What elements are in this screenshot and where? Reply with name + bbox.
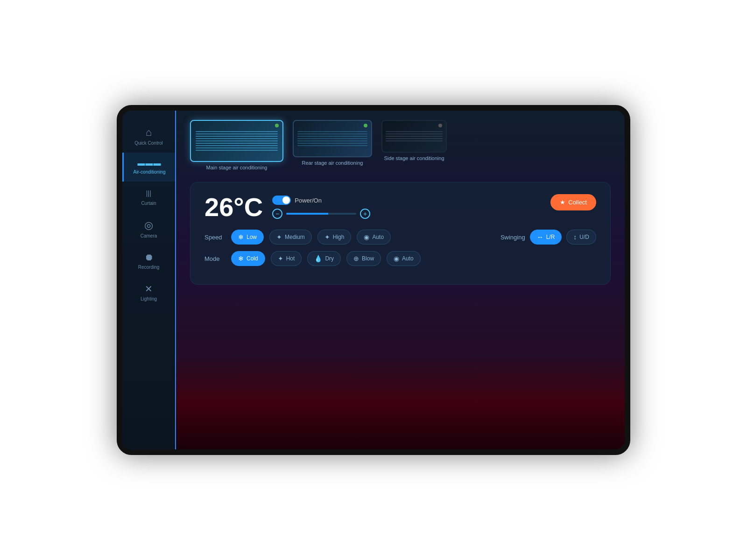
sidebar-item-quick-control[interactable]: ⌂ Quick Control <box>122 120 175 153</box>
mode-cold-icon: ❄ <box>238 255 244 262</box>
temp-decrease-button[interactable]: − <box>272 209 282 219</box>
mode-control-row: Mode ❄ Cold ✦ Hot 💧 Dry ⊕ Blow <box>204 251 596 266</box>
vent <box>297 145 367 146</box>
fan-auto-icon: ◉ <box>364 233 369 241</box>
sidebar-label-quick-control: Quick Control <box>134 140 163 146</box>
ac-unit-side[interactable]: Side stage air conditioning <box>381 120 447 170</box>
vent <box>386 138 443 139</box>
speed-auto-label: Auto <box>372 234 384 240</box>
sidebar-label-camera: Camera <box>141 233 157 239</box>
speed-medium-button[interactable]: ✦ Medium <box>269 230 312 245</box>
temp-increase-button[interactable]: + <box>360 209 370 219</box>
mode-cold-label: Cold <box>247 255 258 262</box>
collect-button[interactable]: ★ Collect <box>550 194 596 210</box>
sidebar-item-lighting[interactable]: ✕ Lighting <box>122 277 175 308</box>
vent <box>297 143 367 144</box>
vent <box>196 145 278 146</box>
temp-slider-row: − + <box>272 209 370 219</box>
swinging-lr-button[interactable]: ↔ L/R <box>530 230 562 245</box>
speed-low-label: Low <box>247 234 257 240</box>
vent <box>196 138 278 139</box>
vent <box>196 150 278 151</box>
lighting-icon: ✕ <box>145 283 153 294</box>
ac-vents-side <box>386 131 443 141</box>
swinging-label: Swinging <box>500 234 525 241</box>
ac-visual-main <box>190 120 283 162</box>
speed-control-row: Speed ❄ Low ✦ Medium ✦ High ◉ Auto <box>204 230 596 245</box>
speed-auto-button[interactable]: ◉ Auto <box>357 230 391 245</box>
sidebar-label-air-conditioning: Air-conditioning <box>134 169 166 175</box>
ac-vents-rear <box>297 131 367 146</box>
vent <box>196 147 278 148</box>
sidebar-item-recording[interactable]: ⏺ Recording <box>122 245 175 277</box>
collect-label: Collect <box>568 199 587 206</box>
vent <box>297 133 367 134</box>
mode-auto-icon: ◉ <box>394 255 399 262</box>
fan-high-icon: ✦ <box>324 233 330 241</box>
vent <box>196 136 278 137</box>
temp-section: 26°C Power/On − + <box>204 194 370 220</box>
ac-units-row: Main stage air conditioning <box>190 120 611 170</box>
recording-icon: ⏺ <box>144 252 154 263</box>
mode-hot-label: Hot <box>286 255 295 262</box>
sidebar-item-curtain[interactable]: ⫼ Curtain <box>122 182 175 213</box>
ac-status-dot-rear <box>364 124 367 127</box>
mode-hot-button[interactable]: ✦ Hot <box>271 251 302 266</box>
ac-status-dot-main <box>275 124 279 127</box>
mode-label: Mode <box>204 255 226 262</box>
speed-label: Speed <box>204 234 226 241</box>
temp-controls: Power/On − + <box>272 196 370 219</box>
mode-cold-button[interactable]: ❄ Cold <box>231 251 265 266</box>
swinging-ud-button[interactable]: ↕ U/D <box>566 230 596 245</box>
mode-hot-icon: ✦ <box>278 255 283 262</box>
mode-blow-button[interactable]: ⊕ Blow <box>346 251 381 266</box>
vent <box>297 138 367 139</box>
swinging-ud-label: U/D <box>579 234 589 240</box>
main-content: Main stage air conditioning <box>176 111 625 449</box>
vent <box>297 140 367 141</box>
mode-dry-button[interactable]: 💧 Dry <box>307 251 341 266</box>
mode-auto-button[interactable]: ◉ Auto <box>387 251 421 266</box>
swinging-ud-icon: ↕ <box>573 233 577 241</box>
home-icon: ⌂ <box>146 126 152 139</box>
sidebar-label-lighting: Lighting <box>141 296 157 302</box>
vent <box>386 131 443 132</box>
swinging-lr-icon: ↔ <box>537 233 543 241</box>
curtain-icon: ⫼ <box>144 188 154 199</box>
vent <box>297 136 367 137</box>
ac-unit-label-side: Side stage air conditioning <box>384 155 444 161</box>
speed-low-button[interactable]: ❄ Low <box>231 230 264 245</box>
vent <box>196 140 278 141</box>
vent <box>196 143 278 144</box>
power-label: Power/On <box>295 197 322 204</box>
speed-high-button[interactable]: ✦ High <box>317 230 352 245</box>
device-frame: ⌂ Quick Control ▬▬▬ Air-conditioning ⫼ C… <box>117 105 630 455</box>
mode-blow-icon: ⊕ <box>353 255 359 262</box>
power-toggle-row: Power/On <box>272 196 370 205</box>
mode-blow-label: Blow <box>362 255 374 262</box>
ac-status-dot-side <box>438 124 442 127</box>
ac-unit-label-main: Main stage air conditioning <box>206 165 268 170</box>
swinging-section: Swinging ↔ L/R ↕ U/D <box>500 230 596 245</box>
ac-visual-side <box>381 120 447 153</box>
speed-medium-label: Medium <box>285 234 305 240</box>
power-toggle[interactable] <box>272 196 291 205</box>
sidebar: ⌂ Quick Control ▬▬▬ Air-conditioning ⫼ C… <box>122 111 176 449</box>
ac-unit-main[interactable]: Main stage air conditioning <box>190 120 283 170</box>
sidebar-item-air-conditioning[interactable]: ▬▬▬ Air-conditioning <box>122 153 175 182</box>
ac-visual-rear <box>293 120 372 157</box>
vent <box>386 133 443 134</box>
mode-dry-icon: 💧 <box>314 255 322 262</box>
swinging-lr-label: L/R <box>546 234 555 240</box>
fan-low-icon: ❄ <box>238 233 244 241</box>
vent <box>386 136 443 137</box>
control-panel: 26°C Power/On − + ★ <box>190 182 611 285</box>
ac-icon: ▬▬▬ <box>138 159 162 168</box>
panel-top: 26°C Power/On − + ★ <box>204 194 596 220</box>
ac-unit-rear[interactable]: Rear stage air conditioning <box>293 120 372 170</box>
ac-vents-main <box>196 131 278 151</box>
temp-bar[interactable] <box>286 213 356 215</box>
sidebar-item-camera[interactable]: ◎ Camera <box>122 213 175 245</box>
camera-icon: ◎ <box>144 219 153 231</box>
mode-auto-label: Auto <box>402 255 414 262</box>
